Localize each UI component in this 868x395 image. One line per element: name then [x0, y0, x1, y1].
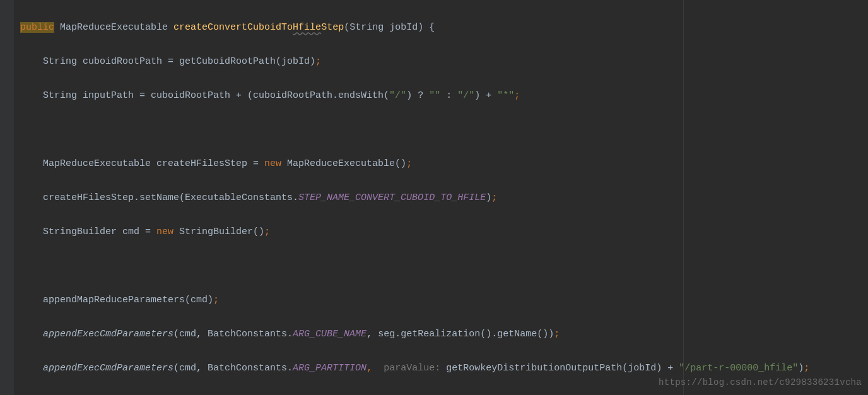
- code-line: appendExecCmdParameters(cmd, BatchConsta…: [20, 326, 868, 343]
- code-line: public MapReduceExecutable createConvert…: [20, 19, 868, 36]
- stmt: String cuboidRootPath = getCuboidRootPat…: [43, 56, 315, 67]
- code-editor[interactable]: public MapReduceExecutable createConvert…: [0, 0, 868, 395]
- semicolon: ;: [514, 90, 520, 101]
- code-line-blank: [20, 257, 868, 274]
- code-line: String inputPath = cuboidRootPath + (cub…: [20, 87, 868, 104]
- semicolon: ;: [406, 158, 412, 169]
- code-line: String cuboidRootPath = getCuboidRootPat…: [20, 53, 868, 70]
- stmt: String inputPath = cuboidRootPath + (cub…: [43, 90, 389, 101]
- semicolon: ;: [554, 329, 560, 339]
- semicolon: ;: [264, 227, 270, 237]
- constant: ARG_PARTITION: [293, 363, 367, 374]
- method-name-part: createConvertCuboidTo: [173, 22, 293, 33]
- stmt: appendMapReduceParameters(cmd): [43, 295, 213, 305]
- args: getRowkeyDistributionOutputPath(jobId) +: [440, 363, 679, 374]
- gutter: [0, 0, 14, 395]
- string-literal: "*": [497, 90, 514, 101]
- method-name: createConvertCuboidToHfileStep: [173, 22, 344, 33]
- watermark: https://blog.csdn.net/c9298336231vcha: [659, 374, 862, 391]
- stmt: createHFilesStep.setName(ExecutableConst…: [43, 192, 298, 203]
- method-name-wavy: Hfile: [293, 22, 321, 33]
- params: (String jobId): [344, 22, 429, 33]
- stmt: MapReduceExecutable createHFilesStep =: [43, 158, 264, 169]
- code-line: MapReduceExecutable createHFilesStep = n…: [20, 155, 868, 172]
- args: ): [798, 363, 804, 374]
- constant: ARG_CUBE_NAME: [293, 329, 367, 339]
- string-literal: "/": [389, 90, 406, 101]
- keyword-new: new: [264, 158, 281, 169]
- args: , seg.getRealization().getName()): [367, 329, 554, 339]
- stmt: StringBuilder cmd =: [43, 227, 156, 237]
- method-call: appendExecCmdParameters: [43, 329, 173, 339]
- stmt: MapReduceExecutable(): [281, 158, 406, 169]
- comma: ,: [367, 363, 372, 374]
- semicolon: ;: [491, 192, 497, 203]
- method-call: appendExecCmdParameters: [43, 363, 173, 374]
- semicolon: ;: [315, 56, 321, 67]
- args: (cmd, BatchConstants.: [173, 363, 293, 374]
- code-line: StringBuilder cmd = new StringBuilder();: [20, 223, 868, 240]
- stmt: ): [486, 192, 491, 203]
- semicolon: ;: [804, 363, 809, 374]
- args: (cmd, BatchConstants.: [173, 329, 293, 339]
- code-line: appendMapReduceParameters(cmd);: [20, 292, 868, 309]
- method-name-part: Step: [321, 22, 344, 33]
- keyword-public: public: [20, 22, 54, 33]
- stmt: StringBuilder(): [173, 227, 264, 237]
- constant: STEP_NAME_CONVERT_CUBOID_TO_HFILE: [298, 192, 486, 203]
- return-type: MapReduceExecutable: [60, 22, 168, 33]
- string-literal: "/": [457, 90, 474, 101]
- parameter-hint: paraValue:: [384, 363, 440, 374]
- string-literal: "": [429, 90, 440, 101]
- semicolon: ;: [213, 295, 219, 305]
- keyword-new: new: [156, 227, 173, 237]
- code-line: createHFilesStep.setName(ExecutableConst…: [20, 189, 868, 206]
- brace-open: {: [429, 22, 435, 33]
- code-line-blank: [20, 121, 868, 138]
- code-area[interactable]: public MapReduceExecutable createConvert…: [20, 2, 868, 395]
- stmt: ) ?: [406, 90, 429, 101]
- stmt: ) +: [474, 90, 497, 101]
- stmt: :: [440, 90, 457, 101]
- string-literal: "/part-r-00000_hfile": [679, 363, 798, 374]
